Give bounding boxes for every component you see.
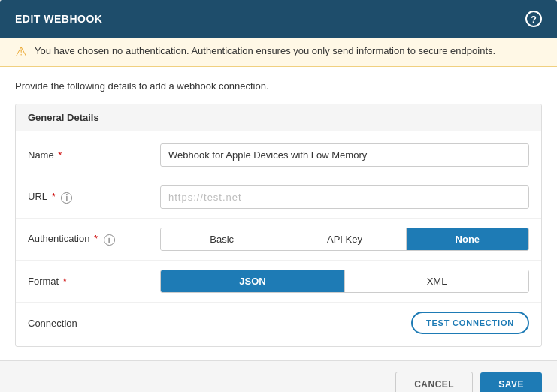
cancel-button[interactable]: CANCEL xyxy=(395,372,473,392)
edit-webhook-modal: EDIT WEBHOOK ? ⚠ You have chosen no auth… xyxy=(0,0,557,392)
auth-none-button[interactable]: None xyxy=(407,228,528,250)
warning-banner: ⚠ You have chosen no authentication. Aut… xyxy=(0,38,557,67)
format-required: * xyxy=(60,276,67,287)
authentication-control: Basic API Key None xyxy=(160,228,529,251)
url-required: * xyxy=(49,191,56,202)
name-row: Name * xyxy=(16,134,541,176)
url-input[interactable] xyxy=(160,185,529,209)
format-toggle-group: JSON XML xyxy=(160,270,529,293)
auth-info-icon[interactable]: i xyxy=(104,234,115,246)
form-fields: Name * URL * i xyxy=(16,131,541,346)
name-required: * xyxy=(56,149,62,161)
format-json-button[interactable]: JSON xyxy=(161,270,345,292)
general-details-section: General Details Name * URL * i xyxy=(15,104,542,347)
help-icon: ? xyxy=(531,14,537,25)
format-control: JSON XML xyxy=(160,270,529,293)
connection-row: Connection TEST CONNECTION xyxy=(16,303,541,343)
warning-message: You have chosen no authentication. Authe… xyxy=(35,45,495,56)
help-button[interactable]: ? xyxy=(525,11,542,27)
url-info-icon[interactable]: i xyxy=(61,192,72,204)
modal-footer: CANCEL SAVE xyxy=(0,360,557,392)
url-label: URL * i xyxy=(28,191,148,203)
name-control xyxy=(160,143,529,167)
authentication-toggle-group: Basic API Key None xyxy=(160,228,529,251)
authentication-row: Authentication * i Basic API Key None xyxy=(16,219,541,261)
connection-control: TEST CONNECTION xyxy=(160,312,529,334)
auth-required: * xyxy=(91,233,98,244)
test-connection-button[interactable]: TEST CONNECTION xyxy=(411,312,529,334)
connection-label: Connection xyxy=(28,318,148,329)
url-control xyxy=(160,185,529,209)
name-label: Name * xyxy=(28,149,148,161)
save-button[interactable]: SAVE xyxy=(480,372,542,392)
modal-body: Provide the following details to add a w… xyxy=(0,67,557,360)
modal-header: EDIT WEBHOOK ? xyxy=(0,0,557,38)
authentication-label: Authentication * i xyxy=(28,233,148,245)
warning-icon: ⚠ xyxy=(15,45,27,59)
url-row: URL * i xyxy=(16,176,541,219)
format-row: Format * JSON XML xyxy=(16,261,541,303)
section-title: General Details xyxy=(16,104,541,131)
auth-apikey-button[interactable]: API Key xyxy=(283,228,406,250)
modal-description: Provide the following details to add a w… xyxy=(15,80,542,92)
format-label: Format * xyxy=(28,276,148,287)
auth-basic-button[interactable]: Basic xyxy=(161,228,283,250)
format-xml-button[interactable]: XML xyxy=(345,270,528,292)
modal-title: EDIT WEBHOOK xyxy=(15,13,102,25)
name-input[interactable] xyxy=(160,143,529,167)
